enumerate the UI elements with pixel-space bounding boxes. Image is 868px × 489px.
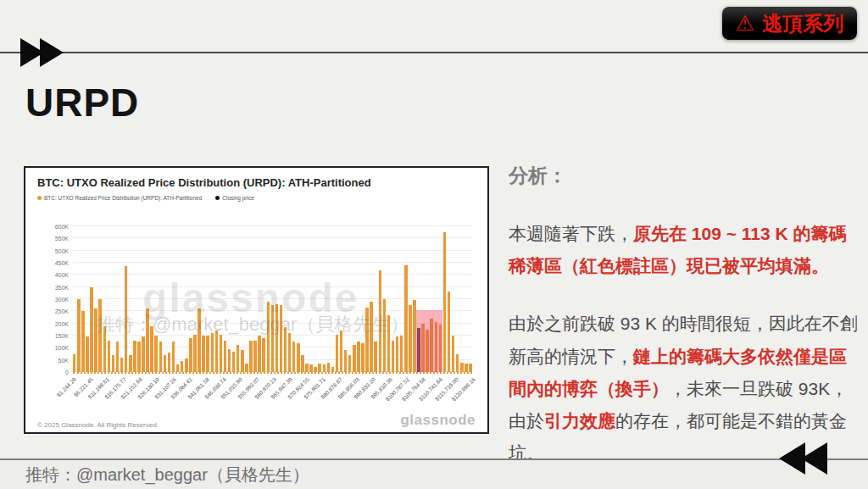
urpd-bar [400, 336, 403, 372]
urpd-bar [224, 341, 226, 372]
urpd-bar [137, 342, 140, 372]
y-axis-label: 500K [55, 247, 69, 253]
urpd-bar [77, 299, 80, 372]
urpd-bar [81, 311, 84, 372]
urpd-bar [379, 270, 381, 372]
urpd-bar [323, 364, 326, 372]
urpd-bar [154, 336, 157, 372]
urpd-bar [331, 367, 334, 372]
urpd-bar [404, 265, 407, 372]
urpd-bar [215, 331, 218, 372]
urpd-bar [236, 345, 239, 372]
highlight-zone-overlay [416, 310, 442, 372]
urpd-bar [361, 343, 364, 372]
urpd-bar [374, 342, 376, 372]
urpd-bar [409, 305, 411, 372]
urpd-bar [98, 299, 101, 372]
urpd-bar [129, 355, 131, 372]
urpd-bar [305, 364, 308, 372]
urpd-bar [120, 358, 123, 372]
y-axis-label: 100K [55, 345, 69, 351]
urpd-bar [249, 341, 252, 372]
urpd-bar [448, 292, 450, 372]
urpd-bar [202, 336, 204, 372]
slide: ⚠ 逃頂系列 URPD BTC: UTXO Realized Price Dis… [0, 0, 868, 489]
urpd-bar [348, 355, 351, 372]
urpd-bar [211, 333, 214, 372]
fast-forward-icon[interactable] [20, 38, 59, 67]
urpd-bar [241, 350, 243, 372]
chart-plot-area: 050K100K150K200K250K300K350K400K450K500K… [73, 226, 472, 372]
analysis-panel: 分析： 本週隨著下跌，原先在 109 ~ 113 K 的籌碼稀薄區（紅色標註區）… [509, 163, 860, 489]
urpd-bar [365, 308, 368, 372]
urpd-bar [103, 326, 106, 372]
urpd-bar [220, 335, 222, 372]
urpd-bar [206, 336, 209, 372]
analysis-text: 本週隨著下跌， [509, 224, 633, 243]
urpd-bar [267, 302, 270, 372]
urpd-bar [133, 341, 136, 372]
y-axis-label: 50K [58, 357, 69, 363]
urpd-bar [297, 343, 299, 372]
legend-item: Closing price [215, 195, 254, 201]
analysis-text-emphasis: 引力效應 [544, 411, 615, 431]
analysis-paragraph: 本週隨著下跌，原先在 109 ~ 113 K 的籌碼稀薄區（紅色標註區）現已被平… [509, 218, 860, 282]
urpd-bar [353, 345, 355, 372]
urpd-bar [327, 363, 330, 372]
footer-bar: 推特：@market_beggar（貝格先生） [0, 458, 868, 489]
legend-dot-icon [215, 196, 220, 200]
urpd-bar [370, 302, 372, 372]
warning-triangle-icon: ⚠ [736, 13, 754, 34]
urpd-bar [357, 342, 359, 372]
analysis-heading: 分析： [509, 163, 860, 189]
urpd-bar [253, 341, 256, 372]
urpd-bar [181, 361, 183, 372]
legend-label: Closing price [222, 195, 254, 201]
urpd-bar [280, 305, 282, 372]
urpd-bar [288, 333, 291, 372]
urpd-bar [271, 305, 274, 372]
urpd-bar [387, 315, 390, 372]
urpd-bar [469, 364, 471, 372]
urpd-bar [314, 367, 316, 372]
urpd-bar [336, 335, 338, 372]
chart-card: BTC: UTXO Realized Price Distribution (U… [24, 166, 489, 434]
urpd-bar [86, 336, 88, 372]
urpd-bar [340, 331, 342, 372]
rewind-icon[interactable] [783, 442, 827, 475]
urpd-bar [262, 338, 264, 372]
urpd-bar [301, 355, 303, 372]
y-axis-label: 350K [55, 284, 69, 290]
urpd-bar [150, 326, 153, 372]
urpd-bar [245, 364, 248, 372]
y-axis-label: 150K [55, 333, 69, 339]
legend-label: BTC: UTXO Realized Price Distribution (U… [44, 195, 202, 201]
urpd-bar [292, 342, 295, 372]
urpd-bar [164, 355, 166, 372]
legend-item: BTC: UTXO Realized Price Distribution (U… [37, 195, 202, 201]
urpd-bar [73, 354, 75, 373]
analysis-paragraphs: 本週隨著下跌，原先在 109 ~ 113 K 的籌碼稀薄區（紅色標註區）現已被平… [509, 218, 860, 470]
y-axis-label: 200K [55, 320, 69, 326]
urpd-bar [443, 232, 446, 372]
x-axis-baseline [73, 372, 472, 374]
urpd-bar [94, 308, 97, 372]
urpd-bar [176, 364, 179, 372]
fast-forward-triangle [40, 38, 64, 67]
chart-card-footer: © 2025 Glassnode. All Rights Reserved. g… [37, 412, 476, 429]
urpd-bar [318, 364, 320, 372]
y-axis-label: 250K [55, 308, 69, 314]
rewind-triangle [801, 442, 827, 475]
y-axis-label: 400K [55, 272, 69, 278]
glassnode-logo: glassnode [400, 412, 476, 429]
urpd-bar [172, 342, 175, 372]
urpd-bar [198, 308, 200, 372]
urpd-bar [460, 363, 463, 372]
chart-legend: BTC: UTXO Realized Price Distribution (U… [37, 195, 476, 201]
urpd-bar [116, 342, 119, 372]
top-divider-line [0, 52, 868, 53]
y-axis-label: 600K [55, 224, 69, 230]
y-axis-label: 550K [55, 236, 69, 242]
urpd-bar [284, 327, 287, 372]
series-badge: ⚠ 逃頂系列 [722, 7, 857, 40]
